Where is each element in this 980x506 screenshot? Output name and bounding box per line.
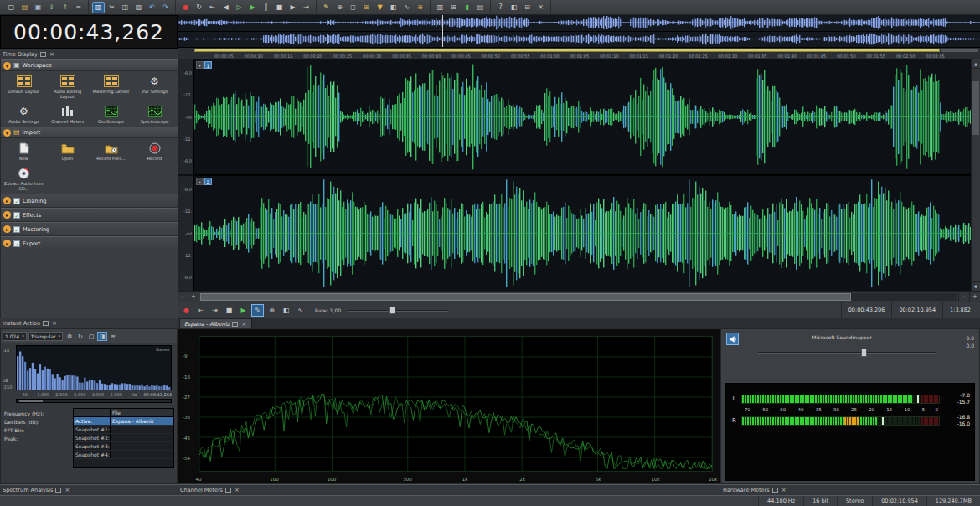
- refresh-icon[interactable]: ↻: [75, 332, 85, 341]
- action-mastering-layout[interactable]: Mastering Layout: [90, 73, 132, 101]
- loop-playback-icon[interactable]: ↻: [193, 2, 205, 13]
- workspace-close-icon[interactable]: ×: [534, 2, 547, 13]
- snapshot-row[interactable]: Snapshot #3:: [74, 442, 173, 451]
- play-icon[interactable]: ▶: [246, 2, 259, 13]
- loop-region-bar[interactable]: [194, 49, 940, 52]
- spectrum-graph-plot[interactable]: Stereo: [16, 345, 172, 390]
- rewind-icon[interactable]: ◀: [219, 2, 232, 13]
- vertical-scrollbar[interactable]: ▲ ▼: [971, 59, 980, 291]
- go-to-start-button[interactable]: ⇤: [194, 304, 207, 317]
- waveform-channel-2[interactable]: ▸ 2: [194, 176, 971, 291]
- spectrum-scrollbar[interactable]: [16, 399, 172, 403]
- section-cleaning[interactable]: ▸✓Cleaning: [1, 194, 178, 208]
- edit-tool-button[interactable]: ✎: [251, 304, 264, 317]
- action-vst-settings[interactable]: ⚙VST Settings: [133, 73, 176, 101]
- zoom-out-time-button[interactable]: –: [958, 292, 969, 302]
- section-workspace[interactable]: ▾▣Workspace: [1, 59, 178, 71]
- trash-icon[interactable]: ▨: [132, 2, 145, 13]
- output-gain-slider[interactable]: [758, 348, 936, 357]
- waveform-overview[interactable]: [178, 15, 980, 48]
- go-to-end-button[interactable]: ⇥: [209, 304, 221, 317]
- edit-tool-icon[interactable]: ✎: [320, 2, 333, 13]
- record-icon[interactable]: ●: [179, 2, 192, 13]
- restore-icon[interactable]: [225, 488, 231, 493]
- waveform-channel-1[interactable]: ▸ 1: [194, 59, 971, 174]
- media-browser-icon[interactable]: ▤: [474, 2, 487, 13]
- snap-toggle-icon[interactable]: ⊞: [360, 2, 373, 13]
- close-icon[interactable]: ×: [240, 321, 247, 328]
- open-file-icon[interactable]: ▤: [18, 2, 31, 13]
- go-to-end-icon[interactable]: ⇥: [300, 2, 312, 13]
- save-file-icon[interactable]: ▣: [32, 2, 44, 13]
- close-icon[interactable]: ×: [64, 487, 70, 493]
- menu-icon[interactable]: ≡: [108, 332, 118, 341]
- snapshot-row[interactable]: Snapshot #1:: [74, 426, 173, 434]
- redo-icon[interactable]: ↷: [159, 2, 172, 13]
- snapshot-row[interactable]: Active:Espana - Albeniz: [74, 417, 173, 426]
- section-effects[interactable]: ▸✓Effects: [1, 208, 178, 222]
- section-import[interactable]: ▾▤Import: [1, 126, 178, 138]
- copy-icon[interactable]: ◫: [119, 2, 132, 13]
- hold-peaks-icon[interactable]: ◨: [97, 332, 107, 341]
- close-icon[interactable]: ×: [51, 320, 58, 327]
- new-file-icon[interactable]: ▢: [5, 2, 18, 13]
- restore-icon[interactable]: [40, 52, 46, 57]
- scrollbar-thumb[interactable]: [972, 81, 979, 135]
- waveform-canvas[interactable]: ▸ 1 ▸ 2: [194, 59, 971, 291]
- stop-button[interactable]: ■: [223, 304, 235, 317]
- action-new[interactable]: New: [3, 140, 45, 163]
- scrollbar-thumb[interactable]: [19, 400, 43, 402]
- section-export[interactable]: ▸✓Export: [1, 236, 178, 250]
- layout-float-icon[interactable]: ⊟: [521, 2, 534, 13]
- overview-strip-left[interactable]: [178, 15, 980, 30]
- action-channel-meters[interactable]: Channel Meters: [46, 103, 89, 126]
- auto-ripple-icon[interactable]: ≋: [414, 2, 426, 13]
- import-audio-icon[interactable]: ⇓: [45, 2, 58, 13]
- restore-icon[interactable]: [55, 488, 61, 493]
- instant-action-panel-tab[interactable]: Instant Action ×: [0, 318, 178, 328]
- channel-meters-panel-tab[interactable]: Channel Meters ×: [178, 484, 720, 495]
- scrollbar-thumb[interactable]: [200, 293, 851, 301]
- settings-icon[interactable]: ⚙: [64, 332, 75, 341]
- waveform-editor[interactable]: -6.0-12.-inf-12.-6.0 -6.0-12.-inf-12.-6.…: [178, 59, 980, 291]
- slider-thumb[interactable]: [861, 349, 867, 357]
- zoom-out-button[interactable]: –: [178, 292, 188, 302]
- snapshot-row[interactable]: Snapshot #4:: [74, 451, 173, 459]
- go-to-start-icon[interactable]: ⇤: [206, 2, 219, 13]
- action-record[interactable]: Record: [133, 140, 176, 163]
- timeline-ruler[interactable]: 00:00:0500:00:1000:00:1500:00:2000:00:25…: [178, 48, 980, 59]
- event-tool-button[interactable]: ◧: [280, 304, 292, 317]
- playhead-cursor[interactable]: [451, 59, 451, 291]
- restore-icon[interactable]: [43, 321, 49, 326]
- selection-tool-icon[interactable]: ◻: [347, 2, 359, 13]
- restore-icon[interactable]: [772, 488, 778, 493]
- play-button[interactable]: ▶: [237, 304, 250, 317]
- marker-drop-icon[interactable]: ▼: [374, 2, 386, 13]
- rate-slider[interactable]: [348, 306, 448, 315]
- channel-arrow-icon[interactable]: ▸: [196, 178, 204, 185]
- undo-icon[interactable]: ↶: [146, 2, 158, 13]
- action-oscilloscope[interactable]: Oscilloscope: [90, 103, 132, 126]
- action-default-layout[interactable]: Default Layout: [3, 73, 45, 101]
- action-extract-audio-from-cd[interactable]: Extract Audio from CD...: [3, 165, 45, 193]
- pause-icon[interactable]: ‖: [260, 2, 272, 13]
- action-spectroscope[interactable]: Spectroscope: [133, 103, 176, 126]
- action-open[interactable]: Open: [46, 140, 89, 163]
- magnify-tool-button[interactable]: ⊕: [266, 304, 278, 317]
- close-icon[interactable]: ×: [781, 487, 787, 493]
- cut-icon[interactable]: ✂: [106, 2, 118, 13]
- close-icon[interactable]: ×: [49, 51, 55, 58]
- action-audio-editing-layout[interactable]: Audio Editing Layout: [46, 73, 89, 101]
- help-icon[interactable]: ?: [494, 2, 507, 13]
- file-properties-icon[interactable]: ≡: [72, 2, 85, 13]
- zoom-in-button[interactable]: +: [188, 292, 199, 302]
- document-tab[interactable]: Espana - Albeniz ×: [179, 318, 252, 328]
- restore-icon[interactable]: [232, 322, 238, 327]
- layout-dock-icon[interactable]: ◧: [508, 2, 520, 13]
- stop-icon[interactable]: ■: [273, 2, 286, 13]
- scroll-up-icon[interactable]: ▲: [972, 59, 980, 69]
- hardware-meters-panel-tab[interactable]: Hardware Meters ×: [720, 484, 980, 495]
- snapshot-row[interactable]: Snapshot #2:: [74, 434, 173, 442]
- paste-tool-icon[interactable]: ▥: [92, 2, 105, 13]
- spectrum-analysis-panel-tab[interactable]: Spectrum Analysis ×: [0, 484, 178, 495]
